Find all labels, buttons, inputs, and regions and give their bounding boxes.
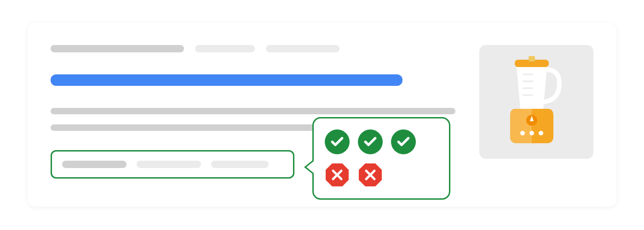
result-title-link[interactable] <box>51 74 402 86</box>
pros-cons-chip-2 <box>137 161 201 168</box>
product-thumbnail <box>479 45 593 159</box>
pros-cons-highlight-box <box>51 150 294 179</box>
pros-cons-chip-3 <box>211 161 269 168</box>
pros-cons-callout <box>312 117 450 200</box>
breadcrumb-placeholder-1 <box>195 45 255 52</box>
x-icon <box>358 163 383 187</box>
svg-point-11 <box>539 131 543 135</box>
cons-row <box>325 163 438 187</box>
svg-point-9 <box>520 131 525 135</box>
pros-cons-chip-1 <box>62 161 126 168</box>
pros-row <box>325 129 438 154</box>
x-icon <box>325 163 350 187</box>
check-icon <box>358 129 383 154</box>
blender-illustration <box>497 56 575 148</box>
breadcrumb-placeholder-2 <box>266 45 339 52</box>
svg-point-10 <box>529 131 534 135</box>
url-placeholder <box>51 45 184 52</box>
check-icon <box>391 129 416 154</box>
search-result-card <box>28 23 616 207</box>
snippet-line-1 <box>51 108 455 114</box>
check-icon <box>325 129 350 154</box>
svg-rect-3 <box>529 56 535 62</box>
